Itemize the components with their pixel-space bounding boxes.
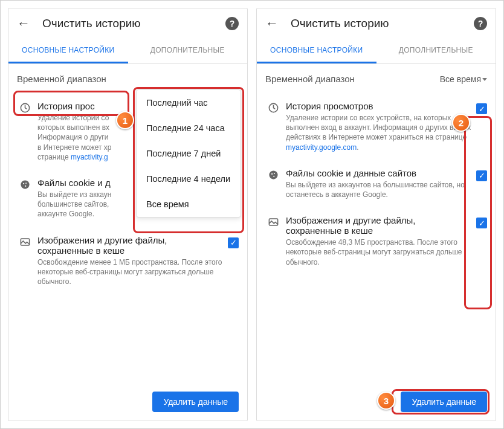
delete-button[interactable]: Удалить данные	[401, 392, 487, 412]
image-icon	[265, 215, 281, 228]
checkbox-cache[interactable]	[476, 218, 487, 228]
range-value: Все время	[440, 74, 487, 84]
svg-point-10	[273, 176, 274, 177]
checkbox-cookies[interactable]	[476, 170, 487, 181]
dropdown-item[interactable]: Все время	[137, 192, 241, 217]
dropdown-item[interactable]: Последние 4 недели	[137, 166, 241, 192]
opt-cache-sub: Освобождение менее 1 МБ пространства. По…	[37, 257, 223, 287]
time-range-row[interactable]: Временной диапазон Все время	[265, 64, 487, 94]
help-icon[interactable]: ?	[225, 17, 239, 30]
tab-advanced[interactable]: ДОПОЛНИТЕЛЬНЫЕ	[128, 39, 248, 63]
opt-cookies-sub: Вы выйдете из аккаунтов на большинстве с…	[286, 180, 471, 199]
opt-history-sub: Удаление истории со всех устройств, на к…	[286, 113, 471, 152]
option-history[interactable]: История просмотров Удаление истории со в…	[265, 94, 487, 161]
svg-point-1	[21, 180, 29, 189]
checkbox-history[interactable]	[476, 103, 487, 114]
cookie-icon	[17, 178, 33, 190]
option-cache[interactable]: Изображения и другие файлы, сохраненные …	[17, 228, 239, 295]
tabs: ОСНОВНЫЕ НАСТРОЙКИ ДОПОЛНИТЕЛЬНЫЕ	[257, 39, 496, 64]
back-icon[interactable]: ←	[17, 16, 30, 31]
content: Временной диапазон Все время История про…	[257, 64, 496, 383]
delete-button[interactable]: Удалить данные	[152, 392, 239, 412]
opt-cache-sub: Освобождение 48,3 МБ пространства. После…	[286, 237, 471, 267]
svg-point-3	[25, 182, 27, 184]
svg-point-7	[269, 170, 277, 179]
dropdown-item[interactable]: Последние 7 дней	[137, 141, 241, 166]
header: ← Очистить историю ?	[257, 8, 496, 39]
header: ← Очистить историю ?	[8, 8, 247, 39]
clock-icon	[265, 101, 281, 114]
opt-cache-title: Изображения и другие файлы, сохраненные …	[286, 215, 471, 236]
svg-point-9	[274, 173, 275, 174]
opt-cache-title: Изображения и другие файлы, сохраненные …	[37, 235, 223, 256]
screen-left: ← Очистить историю ? ОСНОВНЫЕ НАСТРОЙКИ …	[8, 8, 248, 421]
image-icon	[17, 235, 33, 248]
footer: Удалить данные	[257, 383, 496, 421]
page-title: Очистить историю	[291, 17, 462, 30]
footer: Удалить данные	[8, 383, 247, 421]
tab-advanced[interactable]: ДОПОЛНИТЕЛЬНЫЕ	[376, 39, 496, 63]
opt-cookies-title: Файлы cookie и данные сайтов	[286, 168, 471, 178]
cookie-icon	[265, 168, 281, 181]
tab-basic[interactable]: ОСНОВНЫЕ НАСТРОЙКИ	[257, 39, 376, 63]
back-icon[interactable]: ←	[265, 16, 279, 31]
dropdown-item[interactable]: Последний час	[137, 90, 241, 115]
time-range-dropdown: Последний час Последние 24 часа Последни…	[136, 89, 241, 218]
checkbox-cache[interactable]	[228, 237, 239, 248]
page-title: Очистить историю	[42, 17, 213, 30]
option-cookies[interactable]: Файлы cookie и данные сайтов Вы выйдете …	[265, 161, 487, 208]
help-icon[interactable]: ?	[474, 17, 487, 30]
option-cache[interactable]: Изображения и другие файлы, сохраненные …	[265, 208, 487, 276]
svg-point-4	[25, 185, 26, 187]
clock-icon	[17, 101, 33, 114]
dropdown-item[interactable]: Последние 24 часа	[137, 115, 241, 141]
tab-basic[interactable]: ОСНОВНЫЕ НАСТРОЙКИ	[8, 39, 128, 63]
svg-point-2	[23, 183, 24, 184]
opt-history-title: История просмотров	[286, 101, 471, 111]
screen-right: ← Очистить историю ? ОСНОВНЫЕ НАСТРОЙКИ …	[256, 8, 496, 421]
chevron-down-icon	[482, 78, 487, 81]
tabs: ОСНОВНЫЕ НАСТРОЙКИ ДОПОЛНИТЕЛЬНЫЕ	[8, 39, 247, 64]
range-label: Временной диапазон	[17, 74, 106, 84]
svg-point-8	[271, 173, 273, 175]
range-label: Временной диапазон	[265, 74, 355, 84]
